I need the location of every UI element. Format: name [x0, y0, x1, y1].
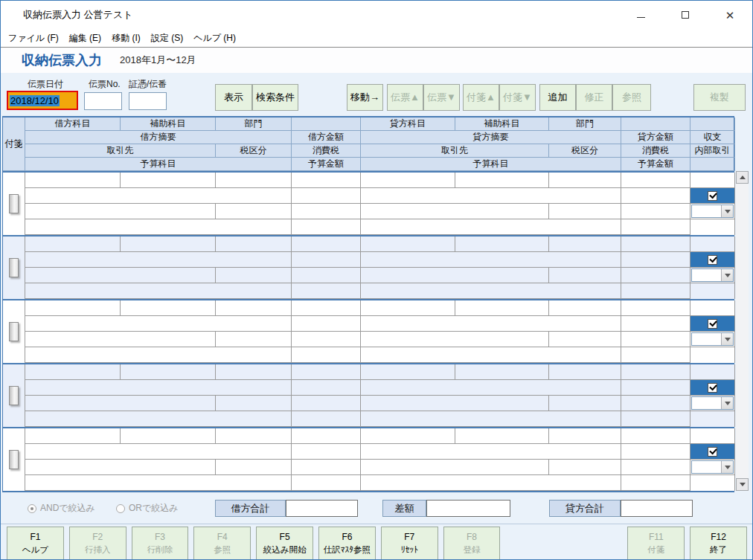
balance-checkbox[interactable]	[708, 319, 717, 329]
debit-summary-cell[interactable]	[25, 188, 292, 204]
debit-dept-cell[interactable]	[216, 428, 292, 444]
credit-client-cell[interactable]	[361, 268, 549, 283]
debit-dept-cell[interactable]	[216, 236, 292, 252]
debit-subaccount-cell[interactable]	[121, 173, 216, 188]
balance-check-cell[interactable]	[690, 380, 735, 396]
debit-extra-cell[interactable]	[292, 236, 361, 252]
internal-trade-select[interactable]	[691, 460, 734, 474]
fusen-tag-cell[interactable]	[3, 300, 25, 363]
credit-account-cell[interactable]	[361, 173, 455, 188]
credit-client-cell[interactable]	[361, 332, 549, 347]
function-key-f12[interactable]: F12 終了	[690, 527, 747, 560]
debit-budget-account-cell[interactable]	[25, 411, 292, 427]
credit-taxclass-cell[interactable]	[549, 204, 621, 219]
debit-budget-account-cell[interactable]	[25, 283, 292, 299]
credit-summary-cell[interactable]	[361, 316, 621, 332]
credit-amount-cell[interactable]	[621, 316, 690, 332]
debit-total-input[interactable]	[286, 500, 358, 517]
function-key-f2[interactable]: F2 行挿入	[69, 527, 126, 560]
scroll-down-button[interactable]	[736, 478, 749, 491]
debit-client-cell[interactable]	[25, 332, 216, 347]
debit-dept-cell[interactable]	[216, 300, 292, 316]
balance-check-cell[interactable]	[690, 316, 735, 332]
debit-amount-cell[interactable]	[292, 444, 361, 460]
function-key-f7[interactable]: F7 ﾘｾｯﾄ	[381, 527, 438, 560]
function-key-f6[interactable]: F6 仕訳ﾏｽﾀ参照	[318, 527, 376, 560]
credit-subaccount-cell[interactable]	[455, 300, 549, 316]
debit-amount-cell[interactable]	[292, 380, 361, 396]
debit-taxclass-cell[interactable]	[216, 396, 292, 411]
evidence-input[interactable]	[129, 92, 167, 110]
credit-dept-cell[interactable]	[549, 364, 621, 380]
maximize-button[interactable]	[663, 1, 708, 29]
debit-client-cell[interactable]	[25, 268, 216, 283]
debit-client-cell[interactable]	[25, 460, 216, 475]
debit-budget-amount-cell[interactable]	[292, 347, 361, 363]
fusen-up-button[interactable]: 付箋▲	[463, 84, 499, 111]
menu-help[interactable]: ヘルプ (H)	[193, 32, 236, 45]
debit-taxclass-cell[interactable]	[216, 460, 292, 475]
move-button[interactable]: 移動→	[347, 84, 383, 111]
add-button[interactable]: 追加	[539, 84, 576, 111]
modify-button[interactable]: 修正	[576, 84, 612, 111]
search-condition-button[interactable]: 検索条件	[252, 84, 298, 111]
fusen-tag-cell[interactable]	[3, 428, 25, 491]
credit-budget-amount-cell[interactable]	[621, 347, 690, 363]
combo-dropdown-button[interactable]	[721, 269, 733, 281]
debit-extra-cell[interactable]	[292, 364, 361, 380]
debit-budget-account-cell[interactable]	[25, 347, 292, 363]
voucher-row-group[interactable]	[3, 171, 734, 235]
credit-budget-amount-cell[interactable]	[621, 411, 690, 427]
difference-input[interactable]	[426, 500, 510, 517]
credit-account-cell[interactable]	[361, 300, 455, 316]
internal-trade-select[interactable]	[691, 332, 734, 346]
credit-dept-cell[interactable]	[549, 173, 621, 188]
voucher-date-field[interactable]: 2018/12/10	[7, 91, 78, 110]
balance-checkbox[interactable]	[708, 447, 717, 457]
credit-tax-cell[interactable]	[621, 268, 690, 283]
credit-budget-account-cell[interactable]	[361, 283, 621, 299]
function-key-f5[interactable]: F5 絞込み開始	[256, 527, 313, 560]
debit-extra-cell[interactable]	[292, 428, 361, 444]
credit-amount-cell[interactable]	[621, 252, 690, 268]
debit-client-cell[interactable]	[25, 396, 216, 411]
credit-subaccount-cell[interactable]	[455, 173, 549, 188]
debit-client-cell[interactable]	[25, 204, 216, 219]
debit-account-cell[interactable]	[25, 173, 121, 188]
balance-checkbox[interactable]	[708, 255, 717, 265]
credit-extra-cell[interactable]	[621, 173, 690, 188]
credit-account-cell[interactable]	[361, 364, 455, 380]
credit-budget-account-cell[interactable]	[361, 219, 621, 235]
voucher-row-group[interactable]	[3, 235, 734, 299]
debit-tax-cell[interactable]	[292, 332, 361, 347]
debit-account-cell[interactable]	[25, 428, 121, 444]
minimize-button[interactable]	[618, 1, 663, 29]
menu-edit[interactable]: 編集 (E)	[69, 32, 101, 45]
debit-budget-account-cell[interactable]	[25, 475, 292, 491]
credit-client-cell[interactable]	[361, 396, 549, 411]
debit-tax-cell[interactable]	[292, 396, 361, 411]
credit-budget-amount-cell[interactable]	[621, 219, 690, 235]
internal-trade-select[interactable]	[691, 205, 734, 218]
debit-amount-cell[interactable]	[292, 316, 361, 332]
credit-taxclass-cell[interactable]	[549, 396, 621, 411]
credit-taxclass-cell[interactable]	[549, 268, 621, 283]
debit-subaccount-cell[interactable]	[121, 364, 216, 380]
credit-summary-cell[interactable]	[361, 188, 621, 204]
voucher-up-button[interactable]: 伝票▲	[387, 84, 423, 111]
debit-summary-cell[interactable]	[25, 316, 292, 332]
close-button[interactable]: ✕	[708, 1, 752, 29]
credit-total-input[interactable]	[621, 500, 693, 517]
credit-extra-cell[interactable]	[621, 428, 690, 444]
credit-client-cell[interactable]	[361, 204, 549, 219]
balance-checkbox[interactable]	[708, 383, 717, 393]
debit-extra-cell[interactable]	[292, 300, 361, 316]
voucher-row-group[interactable]	[3, 427, 734, 492]
credit-dept-cell[interactable]	[549, 236, 621, 252]
debit-subaccount-cell[interactable]	[121, 300, 216, 316]
credit-budget-amount-cell[interactable]	[621, 475, 690, 491]
menu-settings[interactable]: 設定 (S)	[151, 32, 183, 45]
function-key-f3[interactable]: F3 行削除	[132, 527, 189, 560]
credit-tax-cell[interactable]	[621, 204, 690, 219]
credit-account-cell[interactable]	[361, 428, 455, 444]
